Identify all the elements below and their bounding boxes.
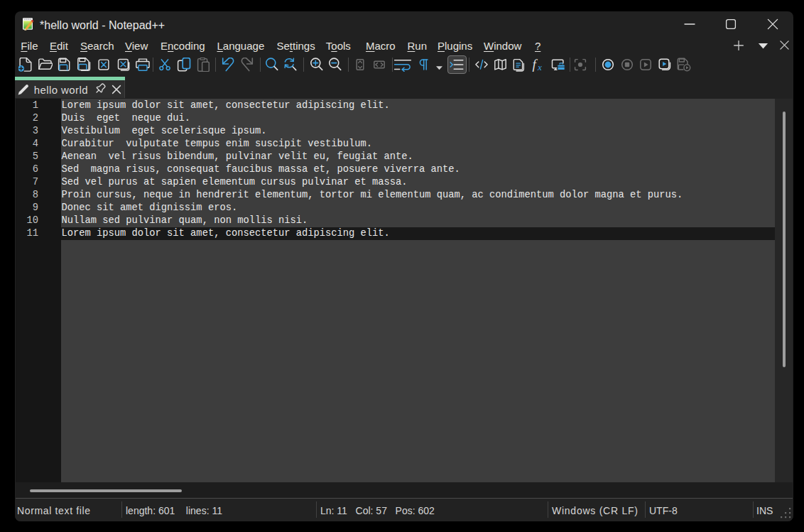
svg-text:x: x xyxy=(537,62,542,72)
